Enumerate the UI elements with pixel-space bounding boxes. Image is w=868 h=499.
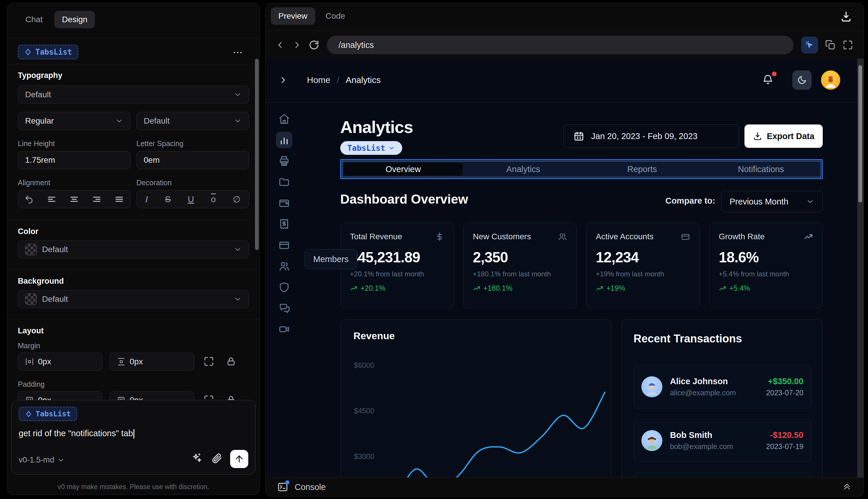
preview-header: Preview Code [265, 3, 864, 31]
console-toggle-button[interactable] [277, 482, 288, 492]
font-weight-select[interactable]: Regular [18, 112, 131, 130]
strikethrough-button[interactable]: S [165, 194, 171, 204]
back-button[interactable] [275, 40, 285, 50]
italic-button[interactable]: I [145, 194, 148, 204]
export-data-button[interactable]: Export Data [744, 124, 823, 148]
align-left-button[interactable] [47, 194, 57, 204]
prompt-input[interactable]: get rid of the "notifications" tab [19, 429, 248, 439]
component-badge[interactable]: TabsList [340, 141, 402, 155]
sidebar-item-wallet[interactable] [276, 195, 292, 211]
font-family-select[interactable]: Default [18, 86, 249, 104]
person-icon [823, 74, 839, 90]
margin-expand-button[interactable] [203, 356, 214, 367]
compare-label: Compare to: [654, 196, 715, 206]
overline-button[interactable]: o [211, 194, 216, 204]
tab-overview[interactable]: Overview [344, 163, 463, 175]
sidebar-toggle-button[interactable] [278, 75, 288, 85]
font-size-select[interactable]: Default [136, 112, 249, 130]
undo-align-button[interactable] [24, 194, 34, 204]
tab-design[interactable]: Design [54, 11, 95, 28]
align-left-icon [47, 194, 57, 204]
preview-scrollbar-thumb[interactable] [858, 65, 862, 203]
prompt-composer: TabsList get rid of the "notifications" … [11, 400, 256, 475]
tabs-list-selected: Overview Analytics Reports Notifications [340, 159, 823, 179]
decoration-toolbar: I S U o ∅ [136, 190, 249, 208]
attach-file-button[interactable] [211, 452, 223, 464]
composer-component-chip[interactable]: TabsList [19, 407, 77, 421]
sidebar-item-security[interactable] [276, 279, 292, 295]
sidebar-item-messages[interactable] [276, 300, 292, 316]
expand-icon [203, 356, 214, 367]
tab-reports[interactable]: Reports [583, 161, 702, 177]
margin-x-input[interactable]: 0px [18, 353, 102, 371]
background-section-title: Background [18, 277, 64, 286]
theme-toggle-button[interactable] [792, 70, 811, 90]
trend-up-icon [473, 284, 481, 292]
trending-up-icon [804, 232, 813, 241]
margin-y-input[interactable]: 0px [110, 353, 194, 371]
align-center-button[interactable] [69, 194, 79, 204]
fullscreen-icon [843, 40, 853, 50]
sidebar-item-printer[interactable] [276, 153, 292, 169]
user-avatar[interactable] [821, 70, 840, 90]
background-select[interactable]: Default [18, 290, 249, 308]
download-icon [840, 11, 852, 23]
tab-preview[interactable]: Preview [271, 7, 315, 25]
letter-spacing-input[interactable]: 0em [136, 151, 249, 169]
panel-mode-tabs: Chat Design [18, 11, 95, 28]
breadcrumb-home[interactable]: Home [307, 75, 330, 85]
forward-button[interactable] [292, 40, 302, 50]
transaction-item[interactable]: Alice Johnson alice@example.com +$350.00… [633, 365, 811, 409]
preview-panel: Preview Code /analytics [265, 3, 864, 497]
model-selector[interactable]: v0-1.5-md [19, 455, 65, 464]
no-decoration-button[interactable]: ∅ [233, 194, 240, 205]
console-label: Console [295, 482, 326, 492]
enhance-prompt-button[interactable] [191, 452, 203, 464]
dollar-icon [435, 232, 444, 241]
shield-icon [278, 281, 290, 293]
tab-notifications[interactable]: Notifications [702, 161, 820, 177]
align-right-button[interactable] [92, 194, 102, 204]
copy-icon [825, 40, 835, 50]
chevron-down-icon [234, 117, 242, 125]
send-button[interactable] [230, 450, 248, 468]
tab-code[interactable]: Code [318, 7, 353, 25]
sidebar-item-home[interactable] [276, 111, 292, 127]
align-justify-button[interactable] [114, 194, 124, 204]
sidebar-item-members[interactable] [276, 258, 292, 274]
line-height-input[interactable]: 1.75rem [18, 151, 131, 169]
sidebar-item-video[interactable] [276, 321, 292, 338]
margin-horizontal-icon [25, 357, 34, 366]
sidebar-item-analytics[interactable] [276, 132, 292, 148]
sidebar-item-files[interactable] [276, 174, 292, 190]
console-expand-button[interactable] [842, 482, 852, 492]
margin-lock-button[interactable] [226, 356, 236, 367]
date-range-picker[interactable]: Jan 20, 2023 - Feb 09, 2023 [563, 124, 739, 148]
transaction-date: 2023-07-19 [766, 442, 804, 451]
preview-scrollbar-track[interactable] [857, 59, 864, 478]
copy-button[interactable] [825, 40, 835, 50]
fullscreen-button[interactable] [843, 40, 853, 50]
underline-button[interactable]: U [188, 194, 194, 204]
sidebar-item-cards[interactable] [276, 237, 292, 253]
notifications-button[interactable] [762, 74, 774, 86]
inspect-mode-button[interactable] [801, 37, 818, 53]
tab-analytics[interactable]: Analytics [464, 161, 583, 177]
chevron-down-icon [234, 245, 242, 254]
video-icon [278, 324, 290, 335]
download-button[interactable] [840, 11, 852, 23]
refresh-button[interactable] [309, 40, 319, 50]
selected-component-chip[interactable]: TabsList [18, 45, 78, 59]
more-options-button[interactable] [232, 47, 243, 58]
tab-chat[interactable]: Chat [18, 11, 50, 28]
alignment-label: Alignment [18, 179, 50, 187]
console-activity-dot [285, 480, 289, 484]
url-input[interactable]: /analytics [327, 36, 794, 54]
transaction-item[interactable]: Bob Smith bob@example.com -$120.50 2023-… [633, 419, 811, 462]
sidebar-item-receipts[interactable] [276, 216, 292, 232]
compare-select[interactable]: Previous Month [721, 191, 823, 212]
design-panel-scrollbar[interactable] [255, 59, 259, 250]
console-bar: Console [265, 477, 864, 496]
messages-icon [278, 302, 290, 314]
color-select[interactable]: Default [18, 241, 249, 258]
